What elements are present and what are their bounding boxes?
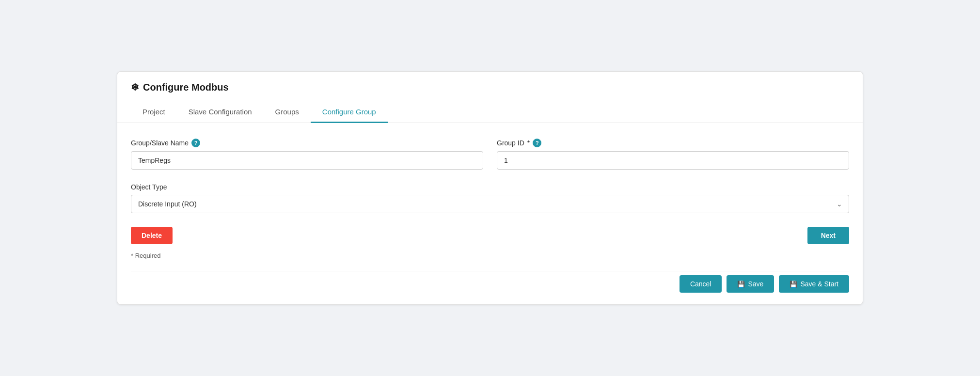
group-id-input[interactable]: [497, 151, 849, 170]
group-slave-name-input[interactable]: [131, 151, 483, 170]
snowflake-icon: ❄: [131, 81, 139, 93]
save-button[interactable]: 💾 Save: [727, 275, 774, 293]
save-start-icon: 💾: [790, 281, 797, 288]
next-button[interactable]: Next: [807, 227, 849, 244]
save-icon: 💾: [737, 281, 745, 288]
group-slave-name-label: Group/Slave Name ?: [131, 139, 483, 147]
object-type-section: Object Type Discrete Input (RO) Coil (RW…: [131, 183, 849, 213]
object-type-select-wrapper: Discrete Input (RO) Coil (RW) Input Regi…: [131, 195, 849, 213]
tab-project[interactable]: Project: [131, 102, 177, 123]
card-body: Group/Slave Name ? Group ID * ? Object T…: [117, 123, 863, 304]
name-id-row: Group/Slave Name ? Group ID * ?: [131, 139, 849, 170]
group-id-group: Group ID * ?: [497, 139, 849, 170]
required-star: *: [527, 139, 530, 147]
group-slave-name-help-icon[interactable]: ?: [191, 139, 200, 147]
app-title: ❄ Configure Modbus: [131, 81, 849, 93]
save-button-label: Save: [748, 280, 763, 288]
delete-button[interactable]: Delete: [131, 227, 173, 244]
card-header: ❄ Configure Modbus Project Slave Configu…: [117, 72, 863, 123]
tab-bar: Project Slave Configuration Groups Confi…: [131, 102, 849, 123]
cancel-button[interactable]: Cancel: [680, 275, 722, 293]
group-id-label: Group ID * ?: [497, 139, 849, 147]
object-type-label: Object Type: [131, 183, 849, 191]
group-slave-name-group: Group/Slave Name ?: [131, 139, 483, 170]
footer-row: Cancel 💾 Save 💾 Save & Start: [131, 271, 849, 293]
tab-groups[interactable]: Groups: [264, 102, 311, 123]
tab-slave-configuration[interactable]: Slave Configuration: [177, 102, 264, 123]
object-type-group: Object Type Discrete Input (RO) Coil (RW…: [131, 183, 849, 213]
object-type-select[interactable]: Discrete Input (RO) Coil (RW) Input Regi…: [131, 195, 849, 213]
app-title-text: Configure Modbus: [143, 82, 229, 93]
action-row: Delete Next: [131, 227, 849, 244]
save-start-button[interactable]: 💾 Save & Start: [779, 275, 849, 293]
save-start-button-label: Save & Start: [800, 280, 838, 288]
main-card: ❄ Configure Modbus Project Slave Configu…: [117, 71, 863, 305]
group-id-help-icon[interactable]: ?: [533, 139, 541, 147]
required-note: * Required: [131, 252, 849, 259]
tab-configure-group[interactable]: Configure Group: [311, 102, 388, 123]
